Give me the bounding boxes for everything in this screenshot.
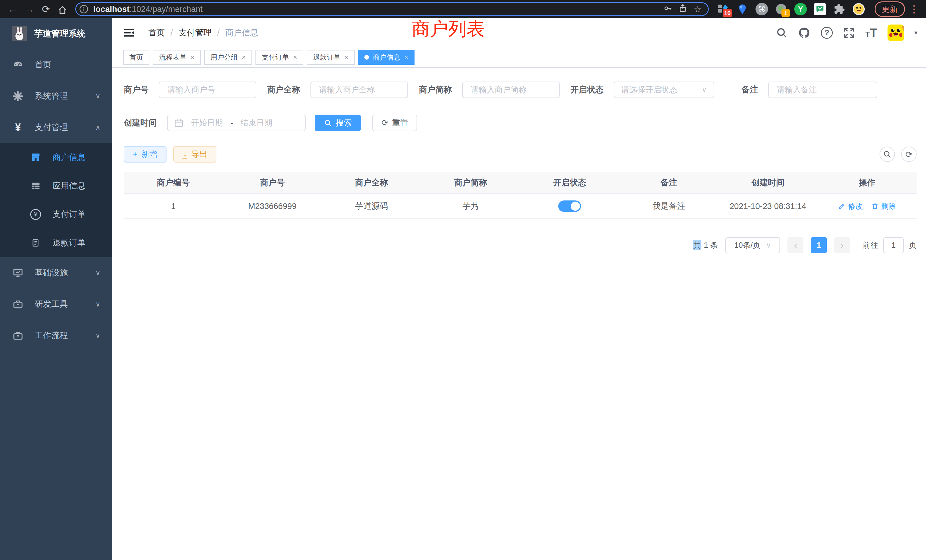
close-icon[interactable]: ×	[293, 53, 297, 61]
tab-refund-orders[interactable]: 退款订单×	[307, 50, 355, 65]
export-button[interactable]: ↓ 导出	[173, 146, 216, 162]
pin-extension-icon[interactable]	[736, 3, 749, 16]
sidebar-item-app-info[interactable]: 应用信息	[0, 172, 112, 200]
tab-merchant-info[interactable]: 商户信息×	[358, 50, 415, 65]
chat-extension-icon[interactable]	[813, 3, 826, 16]
browser-home-icon[interactable]	[54, 0, 71, 18]
col-header: 备注	[619, 177, 719, 188]
close-icon[interactable]: ×	[191, 53, 194, 61]
merchant-no-input[interactable]	[159, 82, 256, 98]
cell-status	[520, 200, 619, 212]
sidebar-item-pay-orders[interactable]: ¥ 支付订单	[0, 200, 112, 229]
delete-button[interactable]: 删除	[871, 201, 896, 211]
browser-back-icon[interactable]: ←	[5, 0, 21, 18]
show-search-toggle-button[interactable]	[879, 147, 895, 162]
github-icon[interactable]	[798, 27, 811, 39]
col-header: 商户号	[223, 177, 322, 188]
search-button-label: 搜索	[336, 118, 352, 128]
goto-page-input[interactable]	[883, 237, 904, 253]
close-icon[interactable]: ×	[242, 53, 246, 61]
sidebar-item-merchant-info[interactable]: 商户信息	[0, 143, 112, 172]
next-page-button[interactable]: ›	[834, 237, 850, 253]
app-header: 首页 / 支付管理 / 商户信息 ? TT	[112, 18, 926, 47]
browser-menu-icon[interactable]: ⋮	[909, 3, 919, 15]
close-icon[interactable]: ×	[404, 53, 408, 61]
browser-reload-icon[interactable]: ⟳	[38, 0, 54, 18]
password-key-icon[interactable]	[661, 4, 675, 15]
filter-status: 开启状态 请选择开启状态 ∨	[570, 82, 714, 98]
dashboard-icon	[12, 59, 24, 70]
sidebar-item-home[interactable]: 首页	[0, 49, 112, 80]
yen-icon: ¥	[12, 121, 24, 133]
search-button[interactable]: 搜索	[315, 115, 361, 131]
address-bar[interactable]: localhost:1024/pay/merchant ☆	[75, 2, 709, 16]
col-header: 开启状态	[520, 177, 619, 188]
tab-label: 流程表单	[159, 53, 186, 62]
sidebar-item-infrastructure[interactable]: 基础设施 ∨	[0, 257, 112, 289]
sidebar-item-label: 工作流程	[35, 330, 68, 341]
tab-user-group[interactable]: 用户分组×	[204, 50, 252, 65]
chevron-down-icon: ∨	[95, 92, 100, 100]
date-range-picker[interactable]: 开始日期 - 结束日期	[167, 115, 306, 131]
refresh-table-button[interactable]: ⟳	[901, 147, 917, 162]
sidebar-item-label: 退款订单	[53, 237, 86, 249]
search-icon	[324, 119, 332, 127]
sidebar-item-dev-tools[interactable]: 研发工具 ∨	[0, 289, 112, 320]
recorder-extension-icon[interactable]: 1	[775, 3, 788, 16]
edit-button[interactable]: 修改	[838, 201, 863, 211]
avatar-caret-down-icon[interactable]: ▾	[914, 29, 917, 36]
close-icon[interactable]: ×	[344, 53, 348, 61]
filter-label: 创建时间	[124, 117, 157, 129]
breadcrumb-current: 商户信息	[225, 27, 258, 38]
sidebar-item-system[interactable]: 系统管理 ∨	[0, 80, 112, 112]
extension-badge: 1	[781, 9, 790, 17]
extension-manager-icon[interactable]: 10	[716, 3, 729, 16]
sidebar-item-label: 基础设施	[35, 267, 68, 278]
breadcrumb-payment[interactable]: 支付管理	[179, 27, 212, 38]
user-avatar[interactable]	[888, 24, 904, 41]
sidebar-item-workflow[interactable]: 工作流程 ∨	[0, 320, 112, 351]
add-button[interactable]: + 新增	[124, 146, 166, 162]
profile-avatar-icon[interactable]	[852, 3, 865, 16]
font-size-icon[interactable]: TT	[865, 27, 877, 38]
page-size-select[interactable]: 10条/页 ∨	[725, 237, 780, 253]
help-icon[interactable]: ?	[821, 27, 833, 39]
extensions-puzzle-icon[interactable]	[833, 3, 846, 16]
table-row: 1 M233666999 芋道源码 芋艿 我是备注 2021-10-23 08:…	[124, 194, 917, 219]
y-extension-icon[interactable]: Y	[794, 3, 807, 16]
tab-process-form[interactable]: 流程表单×	[153, 50, 201, 65]
status-select[interactable]: 请选择开启状态 ∨	[614, 82, 714, 98]
sidebar-item-payment[interactable]: ¥ 支付管理 ∧	[0, 112, 112, 143]
header-search-icon[interactable]	[776, 27, 788, 39]
command-extension-icon[interactable]: ⌘	[755, 3, 768, 16]
bookmark-star-icon[interactable]: ☆	[690, 4, 705, 14]
prev-page-button[interactable]: ‹	[787, 237, 803, 253]
page-number-1[interactable]: 1	[811, 237, 827, 253]
pagination: 共1 条 10条/页 ∨ ‹ 1 › 前往 页	[124, 237, 917, 253]
reset-button[interactable]: ⟳ 重置	[372, 115, 417, 131]
browser-update-button[interactable]: 更新	[875, 2, 905, 17]
tab-label: 首页	[129, 53, 143, 62]
sidebar: 芋道管理系统 首页 系统管理 ∨ ¥ 支付管理 ∧	[0, 18, 112, 560]
tab-pay-orders[interactable]: 支付订单×	[256, 50, 303, 65]
refresh-icon: ⟳	[381, 119, 388, 127]
share-icon[interactable]	[675, 4, 690, 15]
tab-label: 商户信息	[373, 53, 400, 62]
sidebar-collapse-icon[interactable]	[123, 27, 135, 39]
browser-forward-icon[interactable]: →	[21, 0, 38, 18]
yen-glyph: ¥	[15, 121, 21, 133]
rabbit-logo-image	[12, 26, 27, 41]
full-name-input[interactable]	[310, 82, 408, 98]
font-size-large-glyph: T	[870, 27, 877, 38]
short-name-input[interactable]	[462, 82, 560, 98]
col-header: 商户简称	[421, 177, 520, 188]
status-toggle[interactable]	[558, 200, 581, 212]
app-logo[interactable]: 芋道管理系统	[0, 18, 112, 49]
fullscreen-icon[interactable]	[843, 27, 855, 39]
filter-short-name: 商户简称	[419, 82, 560, 98]
remark-input[interactable]	[768, 82, 877, 98]
sidebar-item-refund-orders[interactable]: 退款订单	[0, 229, 112, 257]
site-info-icon[interactable]	[79, 4, 89, 15]
tab-home[interactable]: 首页	[123, 50, 150, 65]
breadcrumb-home[interactable]: 首页	[148, 27, 165, 38]
